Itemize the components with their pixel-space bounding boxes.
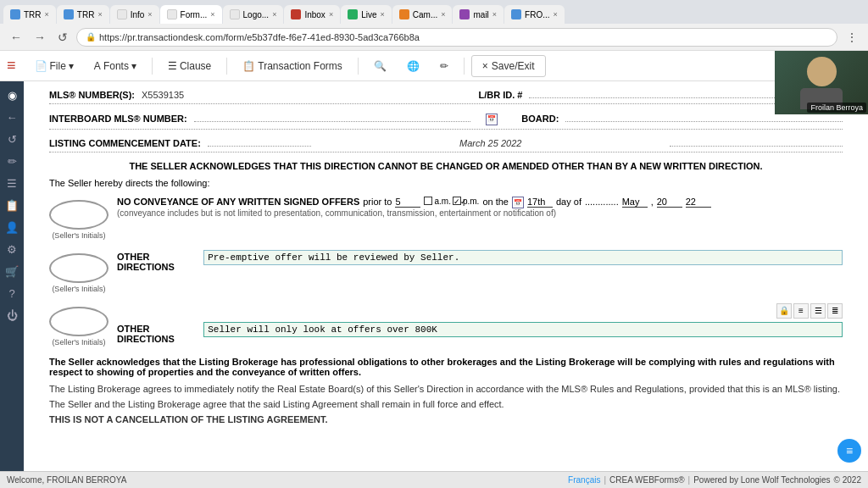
left-sidebar: ◉ ← ↺ ✏ ☰ 📋 👤 ⚙ 🛒 ? ⏻ — [0, 81, 24, 471]
year-value: 20 — [657, 197, 682, 208]
x-icon: × — [482, 60, 488, 72]
day-value: 17th — [527, 197, 553, 208]
calendar-icon-2[interactable]: 📅 — [512, 197, 524, 208]
other-directions-1-content: OTHER DIRECTIONS Pre-emptive offer will … — [117, 250, 843, 274]
pm-checkbox[interactable]: ✓ — [453, 197, 461, 205]
sidebar-forms-icon[interactable]: 📋 — [2, 195, 22, 215]
sidebar-refresh-icon[interactable]: ↺ — [2, 129, 22, 149]
french-link[interactable]: Français — [568, 475, 600, 485]
tab-inbox[interactable]: Inbox × — [284, 5, 340, 24]
other-directions-1-title: OTHER DIRECTIONS — [117, 252, 198, 272]
lock-tool-icon[interactable]: 🔒 — [776, 303, 792, 319]
clause-button[interactable]: ☰ Clause — [159, 57, 220, 75]
crea-text: CREA WEBForms® — [609, 475, 685, 485]
sidebar-home-icon[interactable]: ◉ — [2, 85, 22, 105]
hamburger-icon[interactable]: ≡ — [7, 57, 16, 75]
sidebar-cart-icon[interactable]: 🛒 — [2, 261, 22, 281]
browser-bar: ← → ↺ 🔒 https://pr.transactiondesk.com/f… — [0, 24, 868, 51]
align-left-icon[interactable]: ≡ — [793, 303, 809, 319]
tab-trr2[interactable]: TRR × — [57, 5, 109, 24]
tab-close[interactable]: × — [147, 10, 152, 19]
tab-close[interactable]: × — [441, 10, 445, 19]
align-center-icon[interactable]: ☰ — [810, 303, 826, 319]
tab-close[interactable]: × — [381, 10, 385, 19]
year-suffix: 22 — [686, 197, 711, 208]
search-button[interactable]: 🔍 — [365, 57, 395, 75]
tab-close[interactable]: × — [97, 10, 102, 19]
transaction-forms-button[interactable]: 📋 Transaction Forms — [234, 57, 351, 75]
date-icon-2: 📅 — [512, 197, 524, 208]
tab-close[interactable]: × — [492, 10, 497, 19]
board-icon: 📅 — [486, 113, 498, 125]
fonts-label: Fonts — [103, 60, 129, 72]
help-circle-button[interactable]: ≡ — [837, 439, 861, 463]
fonts-icon: A — [94, 60, 101, 72]
sidebar-help-icon[interactable]: ? — [2, 283, 22, 303]
comma-year: , — [651, 197, 654, 207]
tab-info[interactable]: Info × — [110, 5, 159, 24]
transaction-icon: 📋 — [242, 60, 255, 72]
sidebar-edit-icon[interactable]: ✏ — [2, 151, 22, 171]
tab-close[interactable]: × — [45, 10, 49, 19]
status-bar: Welcome, FROILAN BERROYA Français | CREA… — [0, 471, 868, 488]
fonts-menu-button[interactable]: A Fonts ▾ — [86, 57, 145, 75]
text-toolbar: 🔒 ≡ ☰ ≣ — [776, 303, 843, 319]
tab-close[interactable]: × — [329, 10, 333, 19]
refresh-button[interactable]: ↺ — [54, 29, 71, 46]
transaction-forms-label: Transaction Forms — [258, 60, 342, 72]
tab-live[interactable]: Live × — [341, 5, 392, 24]
no-conveyance-item: (Seller's Initials) NO CONVEYANCE OF ANY… — [49, 197, 843, 240]
save-exit-button[interactable]: × Save/Exit — [471, 55, 546, 77]
pen-button[interactable]: ✏ — [431, 57, 457, 75]
sidebar-settings-icon[interactable]: ⚙ — [2, 239, 22, 259]
am-checkbox[interactable] — [424, 197, 432, 205]
sidebar-back-icon[interactable]: ← — [2, 107, 22, 127]
para4: THIS IS NOT A CANCELLATION OF THE LISTIN… — [49, 414, 843, 424]
other-directions-1-input[interactable]: Pre-emptive offer will be reviewed by Se… — [203, 250, 843, 265]
tab-close[interactable]: × — [272, 10, 276, 19]
tab-logo[interactable]: Logo... × — [223, 5, 284, 24]
calendar-icon[interactable]: 📅 — [486, 114, 498, 125]
tab-close[interactable]: × — [210, 10, 214, 19]
tab-trr1[interactable]: TRR × — [3, 5, 56, 24]
board-value-line — [565, 121, 843, 122]
address-bar[interactable]: 🔒 https://pr.transactiondesk.com/form/e5… — [76, 28, 837, 47]
initials-label-3: (Seller's Initials) — [49, 338, 108, 347]
divider2 — [226, 58, 227, 75]
tab-mail[interactable]: mail × — [453, 5, 504, 24]
sidebar-power-icon[interactable]: ⏻ — [2, 305, 22, 325]
back-button[interactable]: ← — [7, 29, 25, 46]
am-label: a.m. — [434, 197, 450, 206]
main-content: MLS® NUMBER(S): X5539135 L/BR ID. # INTE… — [24, 81, 868, 471]
globe-icon: 🌐 — [407, 60, 420, 72]
on-the-text: on the — [482, 197, 509, 207]
file-chevron: ▾ — [69, 60, 74, 72]
forward-button[interactable]: → — [31, 29, 49, 46]
sep2: | — [688, 475, 691, 485]
listing-date-row: LISTING COMMENCEMENT DATE: March 25 2022 — [49, 138, 843, 152]
initials-oval-2 — [49, 253, 108, 283]
sidebar-contacts-icon[interactable]: 👤 — [2, 217, 22, 237]
tab-close[interactable]: × — [554, 10, 558, 19]
globe-button[interactable]: 🌐 — [398, 57, 428, 75]
other-directions-2-value: Seller will only look at offers over 800… — [208, 324, 437, 335]
initials-label-1: (Seller's Initials) — [49, 231, 108, 240]
extensions-button[interactable]: ⋮ — [843, 29, 861, 46]
other-directions-2-item: (Seller's Initials) 🔒 ≡ ☰ ≣ OTHER DIRECT… — [49, 303, 843, 347]
listing-date-label: LISTING COMMENCEMENT DATE: — [49, 138, 201, 148]
align-right-icon[interactable]: ≣ — [827, 303, 843, 319]
year-text: © 2022 — [834, 475, 861, 485]
tab-form[interactable]: Form... × — [160, 5, 222, 24]
browser-tabs: TRR × TRR × Info × Form... × Logo... × I… — [0, 0, 868, 24]
time-value: 5 — [395, 197, 420, 208]
file-label: File — [50, 60, 66, 72]
tab-cam[interactable]: Cam... × — [392, 5, 453, 24]
webcam-overlay: Froilan Berroya — [775, 51, 868, 114]
interboard-value-line — [194, 121, 471, 122]
sidebar-menu-icon[interactable]: ☰ — [2, 173, 22, 193]
mls-label: MLS® NUMBER(S): — [49, 90, 135, 100]
file-menu-button[interactable]: 📄 File ▾ — [26, 57, 82, 75]
tab-fro[interactable]: FRO... × — [504, 5, 565, 24]
other-directions-2-content: 🔒 ≡ ☰ ≣ OTHER DIRECTIONS Seller will onl… — [117, 303, 843, 346]
other-directions-2-input[interactable]: Seller will only look at offers over 800… — [203, 322, 843, 337]
